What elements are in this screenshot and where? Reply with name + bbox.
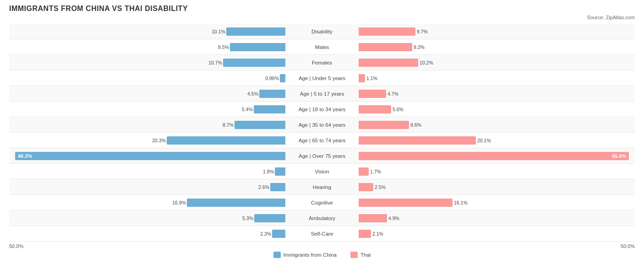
legend-china-box xyxy=(273,252,281,258)
bar-label: Males xyxy=(285,44,359,50)
thai-val: 10.2% xyxy=(418,60,433,65)
bar-label: Self-Care xyxy=(285,231,359,237)
china-val: 1.8% xyxy=(263,169,274,174)
china-val: 9.5% xyxy=(218,44,229,50)
bar-row: 1.8% Vision 1.7% xyxy=(9,164,635,179)
thai-val: 2.1% xyxy=(371,231,383,237)
thai-val: 9.2% xyxy=(412,44,425,50)
bar-row: 16.9% Cognitive 16.1% xyxy=(9,195,635,210)
bar-row: 10.7% Females 10.2% xyxy=(9,55,635,70)
legend-thai-box xyxy=(350,252,358,258)
china-val: 5.3% xyxy=(242,215,253,221)
thai-val: 20.1% xyxy=(476,138,491,143)
china-val: 5.4% xyxy=(242,107,253,112)
bar-row: 5.3% Ambulatory 4.9% xyxy=(9,210,635,226)
bar-label: Age | 5 to 17 years xyxy=(285,91,359,97)
china-val: 16.9% xyxy=(172,200,186,205)
bar-label: Disability xyxy=(285,29,359,34)
china-val: 2.3% xyxy=(260,231,271,237)
chart-area: 10.1% Disability 9.7% 9.5% Males 9.2% xyxy=(9,24,635,242)
thai-val: 4.7% xyxy=(386,91,398,97)
bar-row: 10.1% Disability 9.7% xyxy=(9,24,635,39)
legend-china-label: Immigrants from China xyxy=(284,252,337,258)
china-val: 10.1% xyxy=(212,29,225,34)
thai-val: 16.1% xyxy=(453,200,468,205)
thai-val: 4.9% xyxy=(387,215,399,221)
source-label: Source: ZipAtlas.com xyxy=(9,15,635,20)
bar-row: 9.5% Males 9.2% xyxy=(9,39,635,55)
bar-row: 0.96% Age | Under 5 years 1.1% xyxy=(9,70,635,86)
bar-row: 4.5% Age | 5 to 17 years 4.7% xyxy=(9,86,635,102)
axis-left-label: 50.0% xyxy=(9,243,285,249)
bar-row: 8.7% Age | 35 to 64 years 8.6% xyxy=(9,117,635,133)
bar-row: 5.4% Age | 18 to 34 years 5.6% xyxy=(9,102,635,117)
china-val: 8.7% xyxy=(223,122,234,128)
bar-row: 20.3% Age | 65 to 74 years 20.1% xyxy=(9,133,635,148)
bar-label: Vision xyxy=(285,169,359,174)
china-val: 2.6% xyxy=(258,184,269,190)
bar-label: Ambulatory xyxy=(285,215,359,221)
bar-label: Age | 35 to 64 years xyxy=(285,122,359,128)
thai-val: 2.5% xyxy=(373,184,386,190)
bar-label: Age | Over 75 years xyxy=(285,153,359,159)
bar-row: 2.3% Self-Care 2.1% xyxy=(9,226,635,242)
bar-label: Age | Under 5 years xyxy=(285,75,359,81)
bar-label: Females xyxy=(285,60,359,65)
china-val: 4.5% xyxy=(247,91,258,97)
axis-right-label: 50.0% xyxy=(359,243,635,249)
bar-row: 46.3% Age | Over 75 years 45.4% xyxy=(9,148,635,164)
bar-label: Age | 18 to 34 years xyxy=(285,107,359,112)
bar-label: Cognitive xyxy=(285,200,359,205)
legend-china: Immigrants from China xyxy=(273,252,337,258)
thai-val: 1.7% xyxy=(369,169,381,174)
legend-thai-label: Thai xyxy=(360,252,371,258)
china-val: 46.3% xyxy=(18,153,32,159)
legend-thai: Thai xyxy=(350,252,371,258)
bar-row: 2.6% Hearing 2.5% xyxy=(9,179,635,195)
chart-title: IMMIGRANTS FROM CHINA VS THAI DISABILITY xyxy=(9,5,635,13)
china-val: 0.96% xyxy=(265,75,279,81)
thai-val: 9.7% xyxy=(415,29,428,34)
thai-val: 8.6% xyxy=(409,122,421,128)
china-val: 10.7% xyxy=(208,60,222,65)
thai-val: 5.6% xyxy=(391,107,404,112)
thai-val: 1.1% xyxy=(365,75,377,81)
thai-val: 45.4% xyxy=(612,153,626,159)
bar-label: Hearing xyxy=(285,184,359,190)
china-val: 20.3% xyxy=(152,138,166,143)
bar-label: Age | 65 to 74 years xyxy=(285,138,359,143)
